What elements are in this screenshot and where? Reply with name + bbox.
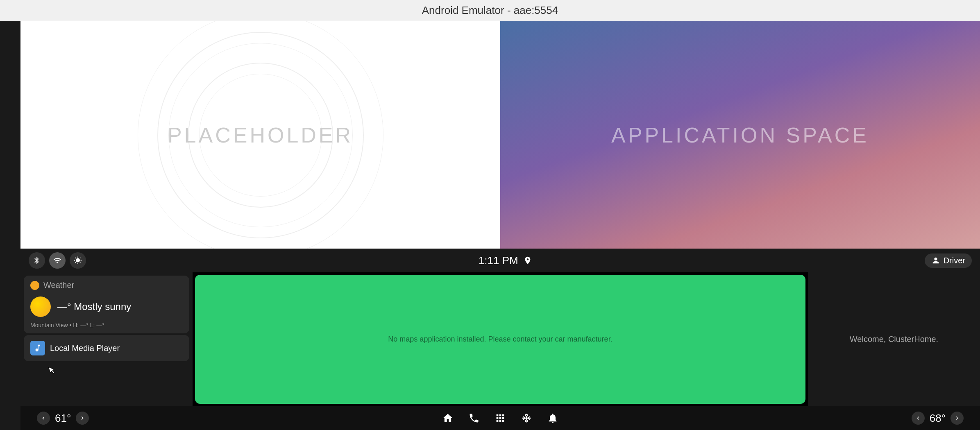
emulator-area: PLACEHOLDER APPLICATION SPACE xyxy=(20,21,980,430)
wifi-icon[interactable] xyxy=(49,252,66,269)
app-space-label: APPLICATION SPACE xyxy=(611,123,869,147)
bluetooth-icon[interactable] xyxy=(29,252,45,269)
right-temp-increment[interactable] xyxy=(951,412,964,425)
bottom-bar: 61° xyxy=(20,406,980,430)
nav-icons xyxy=(442,412,558,424)
right-temp-control: 68° xyxy=(912,412,964,425)
media-icon xyxy=(30,341,45,355)
cluster-panel: Welcome, ClusterHome. xyxy=(808,272,980,406)
left-panel: Weather —° Mostly sunny Mountain View • … xyxy=(20,272,193,406)
weather-body: —° Mostly sunny xyxy=(24,293,189,322)
time-label: 1:11 PM xyxy=(479,254,518,267)
brightness-icon[interactable] xyxy=(70,252,86,269)
main-content: Weather —° Mostly sunny Mountain View • … xyxy=(20,272,980,406)
driver-button[interactable]: Driver xyxy=(925,253,972,268)
media-label: Local Media Player xyxy=(50,344,120,353)
split-screen: PLACEHOLDER APPLICATION SPACE xyxy=(20,21,980,249)
title-bar: Android Emulator - aae:5554 xyxy=(0,0,980,21)
title-label: Android Emulator - aae:5554 xyxy=(422,4,558,17)
app-space-panel: APPLICATION SPACE xyxy=(500,21,980,249)
placeholder-panel: PLACEHOLDER xyxy=(20,21,500,249)
left-temp-control: 61° xyxy=(37,412,89,425)
map-panel[interactable]: No maps application installed. Please co… xyxy=(195,275,805,404)
right-temp-decrement[interactable] xyxy=(912,412,925,425)
bar-left-icons xyxy=(29,252,86,269)
apps-nav-icon[interactable] xyxy=(495,412,506,424)
weather-condition: —° Mostly sunny xyxy=(57,301,131,312)
cursor-icon xyxy=(48,367,54,375)
weather-header: Weather xyxy=(24,276,189,293)
map-message: No maps application installed. Please co… xyxy=(388,335,612,344)
phone-nav-icon[interactable] xyxy=(468,412,480,424)
weather-location-label: Mountain View • H: —° L: —° xyxy=(30,322,104,328)
cursor-area xyxy=(24,363,189,387)
welcome-label: Welcome, ClusterHome. xyxy=(850,335,938,344)
media-card[interactable]: Local Media Player xyxy=(24,335,189,361)
home-nav-icon[interactable] xyxy=(442,412,454,424)
right-temp-value: 68° xyxy=(930,412,946,425)
placeholder-label: PLACEHOLDER xyxy=(168,123,353,147)
bar-center: 1:11 PM xyxy=(479,254,532,267)
notification-nav-icon[interactable] xyxy=(547,412,558,424)
driver-label: Driver xyxy=(944,256,965,265)
left-temp-increment[interactable] xyxy=(76,412,89,425)
weather-header-label: Weather xyxy=(43,281,74,290)
left-temp-decrement[interactable] xyxy=(37,412,50,425)
weather-card[interactable]: Weather —° Mostly sunny Mountain View • … xyxy=(24,276,189,333)
left-temp-value: 61° xyxy=(55,412,71,425)
weather-sun-icon xyxy=(30,296,51,317)
bar-right: Driver xyxy=(925,253,972,268)
weather-location: Mountain View • H: —° L: —° xyxy=(24,322,189,333)
weather-sun-small-icon xyxy=(30,281,39,290)
hvac-nav-icon[interactable] xyxy=(521,412,532,424)
auto-bar: 1:11 PM Driver xyxy=(20,249,980,272)
